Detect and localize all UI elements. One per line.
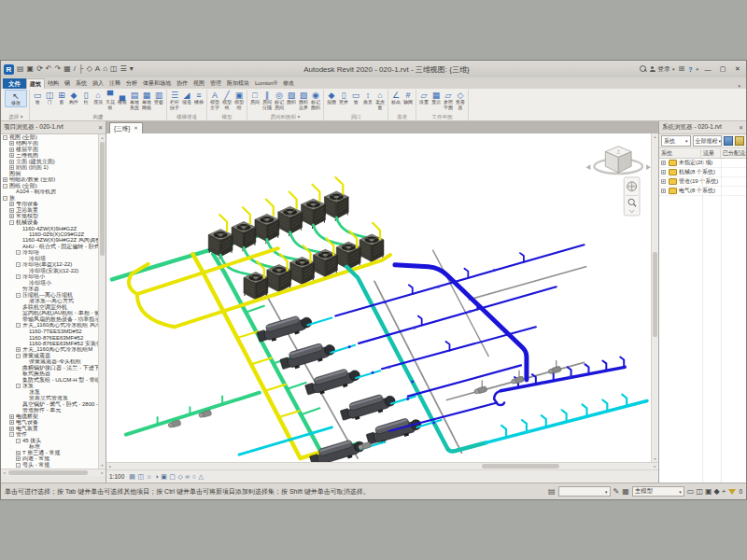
expand-icon[interactable]: - (3, 135, 7, 140)
ribbon-button[interactable]: ▱ 参照平面 (443, 90, 454, 110)
expand-icon[interactable]: + (9, 427, 14, 431)
ribbon-button[interactable]: ≡ 楼梯 (193, 90, 204, 105)
tag-icon[interactable]: ◇ (87, 64, 92, 74)
sync-with-central-icon[interactable]: ⟳ (36, 64, 43, 74)
expand-icon[interactable]: + (16, 347, 21, 352)
text-icon[interactable]: A (95, 64, 100, 74)
help-dropdown-icon[interactable]: ▾ (696, 66, 698, 72)
drawing-area[interactable]: 上 ▴ (106, 133, 658, 462)
ribbon-button[interactable]: ◆ 构件 (68, 90, 79, 105)
ribbon-tab[interactable]: 协作 (174, 78, 190, 89)
ribbon-button[interactable]: ◎ 标记房间 (274, 90, 285, 110)
crop-view-icon[interactable]: ▣ (161, 471, 167, 482)
column-settings-icon[interactable] (735, 136, 744, 146)
expand-icon[interactable]: + (9, 160, 14, 164)
ribbon-button[interactable]: ◢ 坡道 (181, 90, 192, 105)
panel-label[interactable]: 工作平面 (418, 114, 466, 120)
tab-file[interactable]: 文件 (3, 78, 26, 89)
ribbon-tab[interactable]: 系统 (73, 78, 90, 89)
close-icon[interactable]: ✕ (739, 124, 743, 131)
scrollbar-thumb[interactable] (653, 252, 657, 338)
visual-style-icon[interactable]: ◫ (137, 471, 144, 482)
ribbon-tab[interactable]: 视图 (190, 78, 207, 89)
expand-icon[interactable]: + (16, 451, 21, 455)
filter-icon[interactable] (728, 489, 736, 495)
system-row[interactable]: + 机械(8 个系统) (659, 168, 746, 177)
expand-icon[interactable]: - (16, 384, 21, 388)
save-icon[interactable]: ▣ (27, 64, 35, 74)
expand-icon[interactable]: - (16, 262, 21, 267)
scrollbar-vertical[interactable]: ▴ ▾ (651, 133, 658, 462)
ribbon-button[interactable]: ∥ 房间分隔 (261, 90, 273, 110)
expand-icon[interactable]: + (9, 202, 14, 206)
discipline-select[interactable]: 全部规程▾ (693, 135, 723, 147)
ribbon-button[interactable]: ∠ 标高 (390, 90, 402, 105)
ribbon-button[interactable]: ☰ 栏杆扶手 (169, 90, 180, 110)
revit-logo-icon[interactable]: R (4, 64, 14, 75)
expand-icon[interactable]: + (9, 153, 14, 158)
ribbon-button[interactable]: ▥ 竖梃 (153, 90, 164, 105)
design-option-select[interactable]: 主模型▾ (632, 486, 684, 497)
navigation-bar[interactable] (624, 177, 640, 216)
ribbon-tab[interactable]: Lumion® (252, 78, 280, 89)
panel-label[interactable]: 构建 (32, 114, 164, 120)
default-3d-view-icon[interactable]: ⌂ (103, 64, 107, 74)
ribbon-tab[interactable]: 钢 (62, 78, 73, 89)
column-header[interactable]: 系统 (659, 149, 701, 158)
expand-icon[interactable]: - (16, 250, 21, 255)
expand-icon[interactable]: + (9, 414, 14, 419)
expand-icon[interactable]: + (9, 165, 14, 170)
view-tab[interactable]: {三维} ✕ (109, 122, 143, 133)
undo-icon[interactable]: ↶ (46, 64, 52, 74)
reveal-hidden-icon[interactable]: ○ (192, 471, 196, 482)
sign-in-button[interactable]: 登录▾ (650, 64, 675, 74)
ribbon-button[interactable]: ▀ 天花板 (105, 90, 116, 110)
panel-label[interactable]: 基准 (390, 114, 414, 120)
column-header[interactable]: 已分配流量 (721, 149, 746, 158)
analytical-model-icon[interactable]: △ (199, 471, 204, 482)
panel-label[interactable]: 楼梯坡道 (169, 114, 204, 120)
ribbon-button[interactable]: ▦ 显示 (430, 90, 442, 105)
shadows-icon[interactable]: ◑ (154, 471, 158, 482)
expand-icon[interactable]: - (9, 432, 14, 437)
expand-icon[interactable]: + (661, 179, 666, 184)
expand-icon[interactable]: + (9, 147, 14, 152)
expand-icon[interactable]: - (16, 463, 21, 468)
ribbon-button[interactable]: ▭ 墙 (32, 90, 43, 105)
ribbon-button[interactable]: ▣ 模型组 (233, 90, 245, 110)
expand-icon[interactable]: + (3, 177, 7, 182)
open-icon[interactable]: ▤ (17, 64, 24, 74)
expand-icon[interactable]: + (661, 170, 666, 175)
print-icon[interactable]: ▦ (63, 64, 71, 74)
ribbon-tab[interactable]: 注释 (106, 78, 123, 89)
crop-region-icon[interactable]: ▢ (169, 471, 176, 482)
expand-icon[interactable]: + (9, 208, 14, 213)
ribbon-button[interactable]: ▄ 楼板 (117, 90, 128, 105)
expand-icon[interactable]: - (16, 354, 21, 358)
ribbon-tab[interactable]: 分析 (123, 78, 140, 89)
close-icon[interactable]: ✕ (134, 123, 138, 133)
ribbon-tab[interactable]: 结构 (45, 78, 62, 89)
tree-item[interactable]: - 开关_1160离心式冷水机组 风冷处理 (1, 323, 98, 329)
select-pinned-icon[interactable]: ▣ (705, 487, 712, 497)
aligned-dimension-icon[interactable]: ├ (78, 64, 84, 74)
ribbon-button[interactable]: ▧ 面积边界 (298, 90, 309, 110)
ribbon-button[interactable]: ▤ 幕墙系统 (129, 90, 140, 110)
ribbon-button[interactable]: # 轴网 (402, 90, 414, 105)
system-row[interactable]: + 管道(19 个系统) (659, 177, 746, 187)
panel-label[interactable]: 洞口 (326, 114, 386, 120)
select-underlay-icon[interactable]: ◫ (696, 487, 703, 497)
scrollbar-thumb[interactable] (482, 464, 559, 469)
expand-icon[interactable]: + (16, 456, 21, 461)
expand-icon[interactable]: + (9, 214, 14, 218)
expand-icon[interactable]: - (3, 184, 7, 189)
sun-path-icon[interactable]: ☼ (147, 471, 152, 482)
ribbon-button[interactable]: □ 房间 (249, 90, 261, 105)
expand-icon[interactable]: - (3, 196, 7, 201)
ribbon-button[interactable]: ⊞ 窗 (56, 90, 67, 105)
ribbon-button[interactable]: ▨ 面积 (286, 90, 297, 105)
restore-button[interactable]: ▢ (717, 65, 728, 73)
design-options-icon[interactable]: ▦ (622, 487, 629, 497)
ribbon-tab[interactable]: 插入 (90, 78, 106, 89)
scale-control[interactable]: 1:100 (109, 473, 126, 480)
